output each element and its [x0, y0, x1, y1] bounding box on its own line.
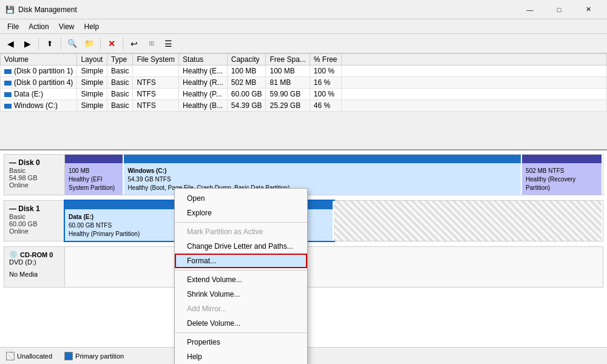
disk-1-size: 60.00 GB	[9, 220, 59, 228]
disk-0-status: Online	[9, 181, 59, 189]
cell-capacity: 502 MB	[227, 77, 266, 89]
close-button[interactable]: ✕	[574, 1, 602, 19]
cell-volume: (Disk 0 partition 1)	[1, 66, 77, 77]
toolbar-sep-1	[38, 38, 39, 50]
forward-button[interactable]: ▶	[19, 36, 35, 52]
ctx-item-explore[interactable]: Explore	[175, 206, 307, 220]
window-title: Disk Management	[18, 5, 516, 14]
col-layout[interactable]: Layout	[77, 54, 107, 66]
disk-0-partitions: 100 MB Healthy (EFI System Partition) Wi…	[65, 155, 603, 195]
ctx-item-shrink-volume[interactable]: Shrink Volume...	[175, 287, 307, 302]
disk0-win-header	[124, 155, 521, 163]
cell-type: Basic	[107, 77, 133, 89]
disk-table-area: Volume Layout Type File System Status Ca…	[0, 53, 607, 150]
up-button[interactable]: ⬆	[42, 36, 58, 52]
undo-button[interactable]: ↩	[126, 36, 142, 52]
disk1-partition-unalloc[interactable]	[334, 201, 603, 241]
cell-volume: Data (E:)	[1, 89, 77, 100]
toolbar-sep-4	[123, 38, 123, 50]
disk0-rec-content: 502 MB NTFS Healthy (Recovery Partition)	[526, 167, 598, 192]
cell-filesystem	[133, 66, 179, 77]
col-type[interactable]: Type	[107, 54, 133, 66]
cell-filesystem: NTFS	[133, 89, 179, 100]
menu-file[interactable]: File	[2, 21, 24, 32]
legend-primary-box	[64, 352, 73, 360]
legend-unalloc-label: Unallocated	[17, 352, 52, 360]
cell-volume: (Disk 0 partition 4)	[1, 77, 77, 89]
cell-extra	[341, 77, 606, 89]
ctx-item-format[interactable]: Format...	[175, 254, 307, 268]
toolbar-sep-2	[61, 38, 61, 50]
view-button[interactable]: ☰	[160, 36, 176, 52]
ctx-item-properties[interactable]: Properties	[175, 335, 307, 349]
legend-unalloc-box	[6, 352, 15, 360]
cell-layout: Simple	[77, 100, 107, 112]
disk-1-partitions: Data (E:) 60.00 GB NTFS Healthy (Primary…	[65, 201, 603, 241]
cdrom-partition	[65, 247, 603, 287]
cell-extra	[341, 89, 606, 100]
cell-status: Healthy (B...	[179, 100, 228, 112]
ctx-item-change-drive-letter-and-paths[interactable]: Change Drive Letter and Paths...	[175, 239, 307, 254]
cdrom-name: CD-ROM 0	[20, 251, 53, 258]
ctx-item-delete-volume[interactable]: Delete Volume...	[175, 316, 307, 331]
cell-pct: 16 %	[310, 77, 341, 89]
cell-pct: 46 %	[310, 100, 341, 112]
context-menu: OpenExploreMark Partition as ActiveChang…	[174, 188, 308, 364]
cell-type: Basic	[107, 66, 133, 77]
disk-1-status: Online	[9, 228, 59, 235]
cdrom-status: No Media	[9, 271, 59, 278]
menu-bar: File Action View Help	[0, 19, 607, 34]
disk-1-name: — Disk 1	[9, 204, 59, 213]
disk0-efi-size: 100 MB	[69, 167, 119, 175]
search-button[interactable]: 🔍	[64, 36, 80, 52]
col-capacity[interactable]: Capacity	[227, 54, 266, 66]
menu-view[interactable]: View	[54, 21, 80, 32]
ctx-item-mark-partition-as-active: Mark Partition as Active	[175, 224, 307, 239]
properties-button[interactable]: ⊞	[143, 36, 159, 52]
cell-pct: 100 %	[310, 66, 341, 77]
col-status[interactable]: Status	[179, 54, 228, 66]
cell-status: Healthy (P...	[179, 89, 228, 100]
disk0-partition-rec[interactable]: 502 MB NTFS Healthy (Recovery Partition)	[522, 155, 603, 195]
cdrom-icon: 💿	[9, 251, 18, 258]
cdrom-type: DVD (D:)	[9, 258, 59, 266]
cell-type: Basic	[107, 100, 133, 112]
cell-layout: Simple	[77, 77, 107, 89]
cell-status: Healthy (R...	[179, 77, 228, 89]
minimize-button[interactable]: —	[516, 1, 544, 19]
table-row[interactable]: (Disk 0 partition 4) Simple Basic NTFS H…	[1, 77, 607, 89]
menu-help[interactable]: Help	[80, 21, 104, 32]
ctx-item-help[interactable]: Help	[175, 349, 307, 364]
legend-unallocated: Unallocated	[6, 352, 52, 360]
ctx-item-open[interactable]: Open	[175, 191, 307, 206]
disk-table: Volume Layout Type File System Status Ca…	[0, 53, 607, 112]
disk-1-label: — Disk 1 Basic 60.00 GB Online	[4, 201, 65, 241]
cell-extra	[341, 66, 606, 77]
disk0-rec-health: Healthy (Recovery Partition)	[526, 175, 598, 192]
cell-capacity: 100 MB	[227, 66, 266, 77]
ctx-separator	[175, 270, 307, 271]
col-volume[interactable]: Volume	[1, 54, 77, 66]
cell-free: 81 MB	[266, 77, 310, 89]
back-button[interactable]: ◀	[2, 36, 18, 52]
col-filesystem[interactable]: File System	[133, 54, 179, 66]
cell-free: 25.29 GB	[266, 100, 310, 112]
disk-0-label: — Disk 0 Basic 54.98 GB Online	[4, 155, 65, 195]
disk0-partition-efi[interactable]: 100 MB Healthy (EFI System Partition)	[65, 155, 124, 195]
maximize-button[interactable]: □	[545, 1, 573, 19]
menu-action[interactable]: Action	[24, 21, 53, 32]
app-wrapper: 💾 Disk Management — □ ✕ File Action View…	[0, 0, 607, 364]
ctx-item-extend-volume[interactable]: Extend Volume...	[175, 272, 307, 287]
table-row[interactable]: Data (E:) Simple Basic NTFS Healthy (P..…	[1, 89, 607, 100]
folders-button[interactable]: 📁	[81, 36, 97, 52]
col-free[interactable]: Free Spa...	[266, 54, 310, 66]
col-pct[interactable]: % Free	[310, 54, 341, 66]
delete-button[interactable]: ✕	[104, 36, 120, 52]
cell-free: 100 MB	[266, 66, 310, 77]
table-row[interactable]: (Disk 0 partition 1) Simple Basic Health…	[1, 66, 607, 77]
cell-extra	[341, 100, 606, 112]
table-row[interactable]: Windows (C:) Simple Basic NTFS Healthy (…	[1, 100, 607, 112]
toolbar-sep-3	[100, 38, 101, 50]
cell-capacity: 60.00 GB	[227, 89, 266, 100]
disk0-win-label: Windows (C:)	[127, 167, 517, 175]
